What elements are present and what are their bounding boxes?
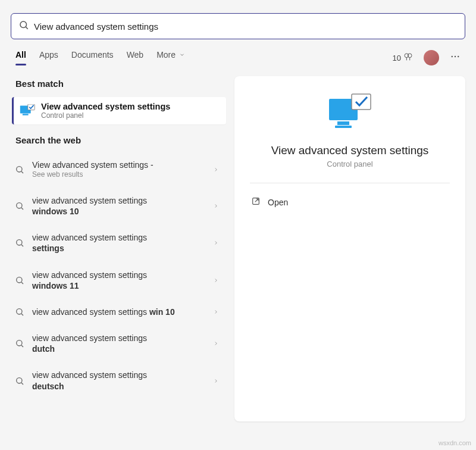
detail-subtitle: Control panel [250,160,450,168]
chevron-right-icon [213,164,219,175]
watermark: wsxdn.com [439,439,471,446]
action-label: Open [268,198,288,207]
search-icon [14,238,25,248]
web-result-text: view advanced system settings win 10 [32,307,206,317]
search-icon [18,20,29,33]
detail-panel: View advanced system settings Control pa… [234,76,465,421]
web-result[interactable]: View advanced system settings - See web … [12,154,226,186]
web-result[interactable]: view advanced system settings windows 10 [12,189,226,223]
section-best-match: Best match [15,79,231,89]
tab-documents[interactable]: Documents [71,50,114,65]
detail-title: View advanced system settings [250,144,450,157]
web-result[interactable]: view advanced system settings win 10 [12,301,226,323]
web-result[interactable]: view advanced system settings dutch [12,327,226,360]
web-bold: windows 11 [32,281,79,290]
svg-rect-26 [335,126,352,128]
svg-line-1 [26,27,27,29]
svg-rect-9 [28,104,35,110]
web-result-text: view advanced system settings windows 11 [32,270,206,291]
avatar[interactable] [424,50,439,65]
search-input[interactable] [34,21,458,32]
web-result-text: View advanced system settings - See web … [32,160,206,180]
web-bold: windows 10 [32,207,79,216]
web-line1: view advanced system settings [32,233,147,242]
web-result-text: view advanced system settings deutsch [32,370,206,391]
section-search-web: Search the web [15,135,231,145]
web-result-text: view advanced system settings dutch [32,333,206,354]
tab-more-label: More [156,50,176,60]
svg-point-20 [17,340,22,346]
chevron-right-icon [213,201,219,211]
svg-line-19 [21,314,23,315]
web-bold: win 10 [149,307,175,317]
web-result[interactable]: view advanced system settings deutsch [12,364,226,397]
open-icon [251,196,261,208]
svg-line-13 [21,208,23,210]
web-line2: See web results [32,170,206,180]
web-result-text: view advanced system settings settings [32,232,206,254]
web-bold: deutsch [32,382,64,391]
header-right: 10 [393,50,461,65]
best-match-title: View advanced system settings [41,102,170,111]
web-bold: dutch [32,344,55,354]
web-bold: settings [32,243,64,253]
results-column: Best match View advanced system settings… [0,76,231,421]
svg-point-12 [17,203,22,208]
web-result-text: view advanced system settings windows 10 [32,195,206,217]
search-icon [14,307,25,317]
svg-point-16 [17,277,22,282]
svg-rect-25 [337,121,349,125]
svg-line-23 [21,383,23,385]
svg-line-17 [21,282,23,284]
rewards-points[interactable]: 10 [393,52,413,64]
svg-line-11 [21,171,23,173]
search-icon [14,165,25,174]
svg-point-14 [17,240,22,245]
search-icon [14,376,25,386]
tabs: All Apps Documents Web More [15,50,185,65]
body: Best match View advanced system settings… [0,65,476,421]
web-line1: view advanced system settings [32,333,147,343]
web-result[interactable]: view advanced system settings windows 11 [12,264,226,297]
svg-point-10 [17,167,22,172]
web-result[interactable]: view advanced system settings settings [12,226,226,260]
search-icon [14,276,25,285]
chevron-right-icon [213,376,219,386]
search-icon [14,201,25,211]
medal-icon [403,52,413,64]
tab-web[interactable]: Web [127,50,144,65]
best-match-item[interactable]: View advanced system settings Control pa… [12,97,226,124]
web-line1: view advanced system settings [32,370,147,380]
web-line1: View advanced system settings - [32,160,206,170]
tabs-row: All Apps Documents Web More 10 [0,39,476,65]
action-open[interactable]: Open [250,194,450,210]
svg-point-22 [17,377,22,383]
points-value: 10 [393,54,401,62]
svg-point-18 [17,309,22,314]
divider [250,183,450,183]
svg-line-15 [21,245,23,246]
svg-rect-8 [23,114,29,115]
chevron-right-icon [213,238,219,248]
search-icon [14,339,25,348]
web-line1: view advanced system settings [32,196,147,205]
tab-apps[interactable]: Apps [39,50,58,65]
chevron-right-icon [213,275,219,286]
search-bar[interactable] [11,13,465,39]
svg-line-21 [21,345,23,347]
best-match-text: View advanced system settings Control pa… [41,102,170,120]
svg-point-6 [458,56,459,57]
svg-point-4 [452,56,453,57]
web-line1: view advanced system settings [32,307,147,317]
web-line1: view advanced system settings [32,270,147,280]
chevron-right-icon [213,338,219,349]
chevron-down-icon [179,50,185,60]
tab-more[interactable]: More [156,50,185,65]
svg-point-0 [20,21,27,28]
best-match-subtitle: Control panel [41,111,170,120]
detail-icon [250,93,450,132]
svg-rect-27 [352,94,371,110]
control-panel-icon [20,104,35,117]
more-options-icon[interactable] [450,51,461,64]
tab-all[interactable]: All [15,50,26,65]
